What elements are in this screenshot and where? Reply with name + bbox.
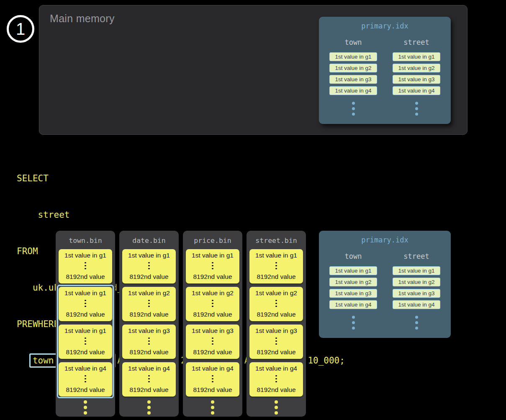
vertical-ellipsis-icon — [415, 102, 418, 105]
granule-last-value: 8192nd value — [129, 273, 168, 281]
sql-line: SELECT — [17, 173, 345, 185]
granule-first-value: 1st value in g4 — [255, 365, 297, 372]
idx-entry: 1st value in g1 — [329, 52, 377, 61]
granule-last-value: 8192nd value — [66, 273, 105, 281]
idx-column-header: town — [345, 252, 362, 260]
granule-first-value: 1st value in g2 — [192, 289, 234, 297]
primary-idx-columns: town 1st value in g1 1st value in g2 1st… — [319, 252, 451, 319]
granule-last-value: 8192nd value — [257, 386, 295, 394]
granule-block: 1st value in g1 8192nd value — [59, 287, 112, 321]
primary-idx-columns: town 1st value in g1 1st value in g2 1st… — [319, 38, 451, 105]
granule-first-value: 1st value in g1 — [128, 252, 170, 259]
idx-column-town: town 1st value in g1 1st value in g2 1st… — [326, 38, 380, 105]
granule-block: 1st value in g1 8192nd value — [249, 249, 303, 283]
primary-idx-title: primary.idx — [319, 231, 451, 244]
granule-first-value: 1st value in g1 — [64, 252, 106, 259]
granule-first-value: 1st value in g4 — [192, 365, 234, 372]
idx-entry: 1st value in g2 — [393, 278, 440, 286]
granule-block: 1st value in g3 8192nd value — [122, 325, 176, 359]
primary-idx-box-memory: primary.idx town 1st value in g1 1st val… — [319, 17, 451, 124]
granule-first-value: 1st value in g4 — [64, 365, 106, 372]
granule-first-value: 1st value in g1 — [64, 289, 106, 297]
granule-first-value: 1st value in g3 — [192, 327, 234, 335]
bin-file-title: street.bin — [247, 237, 306, 245]
granule-list: 1st value in g1 8192nd value 1st value i… — [249, 249, 303, 397]
vertical-ellipsis-icon — [275, 375, 277, 377]
granule-first-value: 1st value in g4 — [128, 365, 170, 372]
vertical-ellipsis-icon — [212, 338, 213, 339]
bin-file-title: town.bin — [56, 237, 115, 245]
bin-file-price: price.bin 1st value in g1 8192nd value 1… — [183, 231, 242, 417]
sql-line: street — [17, 209, 345, 221]
granule-block: 1st value in g4 8192nd value — [59, 362, 112, 397]
vertical-ellipsis-icon — [275, 262, 277, 264]
idx-column-header: town — [345, 38, 362, 46]
vertical-ellipsis-icon — [147, 400, 151, 404]
granule-block: 1st value in g2 8192nd value — [249, 287, 303, 321]
idx-column-header: street — [403, 252, 429, 260]
idx-entry: 1st value in g4 — [329, 86, 377, 95]
granule-block: 1st value in g4 8192nd value — [122, 362, 176, 397]
idx-entry: 1st value in g2 — [329, 278, 377, 286]
granule-last-value: 8192nd value — [129, 386, 168, 394]
vertical-ellipsis-icon — [148, 262, 150, 264]
vertical-ellipsis-icon — [85, 262, 86, 264]
primary-idx-box-disk: primary.idx town 1st value in g1 1st val… — [319, 231, 451, 338]
idx-entry: 1st value in g4 — [393, 86, 440, 95]
granule-last-value: 8192nd value — [257, 348, 295, 356]
idx-entry: 1st value in g4 — [329, 300, 377, 309]
granule-first-value: 1st value in g2 — [128, 289, 170, 297]
granule-last-value: 8192nd value — [193, 273, 232, 281]
bin-file-street: street.bin 1st value in g1 8192nd value … — [247, 231, 306, 417]
vertical-ellipsis-icon — [85, 375, 86, 377]
primary-idx-title: primary.idx — [319, 17, 451, 30]
granule-first-value: 1st value in g3 — [255, 327, 297, 335]
idx-column-street: street 1st value in g1 1st value in g2 1… — [389, 38, 444, 105]
granule-block: 1st value in g3 8192nd value — [186, 325, 239, 359]
bin-file-date: date.bin 1st value in g1 8192nd value 1s… — [119, 231, 179, 417]
vertical-ellipsis-icon — [148, 338, 150, 339]
idx-entry: 1st value in g1 — [393, 52, 440, 61]
step-number: 1 — [16, 20, 25, 39]
idx-entry: 1st value in g1 — [393, 266, 440, 275]
vertical-ellipsis-icon — [275, 400, 278, 404]
idx-entry: 1st value in g3 — [329, 75, 377, 84]
granule-first-value: 1st value in g3 — [128, 327, 170, 335]
granule-list: 1st value in g1 8192nd value 1st value i… — [186, 249, 239, 397]
vertical-ellipsis-icon — [275, 338, 277, 339]
vertical-ellipsis-icon — [352, 102, 355, 105]
granule-list: 1st value in g1 8192nd value 1st value i… — [59, 249, 112, 397]
idx-entry: 1st value in g1 — [329, 266, 377, 275]
vertical-ellipsis-icon — [415, 316, 418, 319]
idx-column-street: street 1st value in g1 1st value in g2 1… — [389, 252, 444, 319]
granule-last-value: 8192nd value — [66, 311, 105, 318]
bin-file-town: town.bin 1st value in g1 8192nd value 1s… — [56, 231, 115, 417]
vertical-ellipsis-icon — [212, 262, 213, 264]
idx-entry: 1st value in g4 — [393, 300, 440, 309]
granule-last-value: 8192nd value — [193, 348, 232, 356]
vertical-ellipsis-icon — [212, 300, 213, 301]
idx-column-header: street — [403, 38, 429, 46]
granule-block: 1st value in g3 8192nd value — [249, 325, 303, 359]
granule-block: 1st value in g2 8192nd value — [186, 287, 239, 321]
granule-block: 1st value in g4 8192nd value — [249, 362, 303, 397]
granule-last-value: 8192nd value — [129, 311, 168, 318]
granule-last-value: 8192nd value — [257, 273, 295, 281]
granule-first-value: 1st value in g1 — [255, 252, 297, 259]
diagram-canvas: 1 Main memory primary.idx town 1st value… — [0, 0, 506, 420]
granule-block: 1st value in g1 8192nd value — [122, 249, 176, 283]
granule-first-value: 1st value in g1 — [192, 252, 234, 259]
vertical-ellipsis-icon — [85, 300, 86, 301]
idx-entry: 1st value in g2 — [393, 64, 440, 72]
vertical-ellipsis-icon — [352, 316, 355, 319]
idx-entry: 1st value in g3 — [329, 289, 377, 298]
vertical-ellipsis-icon — [275, 300, 277, 301]
bin-file-title: price.bin — [183, 237, 242, 245]
granule-last-value: 8192nd value — [257, 311, 295, 318]
vertical-ellipsis-icon — [211, 400, 214, 404]
granule-block: 1st value in g2 8192nd value — [122, 287, 176, 321]
vertical-ellipsis-icon — [148, 300, 150, 301]
granule-first-value: 1st value in g2 — [255, 289, 297, 297]
idx-entry: 1st value in g3 — [393, 289, 440, 298]
granule-first-value: 1st value in g1 — [64, 327, 106, 335]
